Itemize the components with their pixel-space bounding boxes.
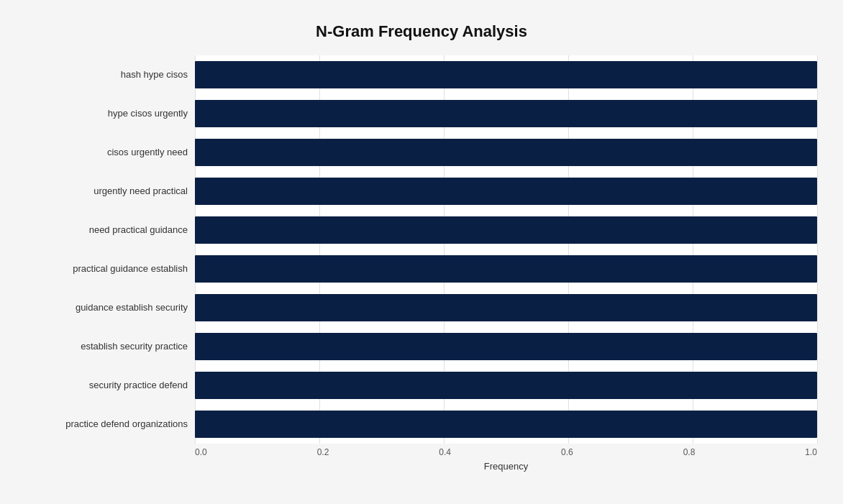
- plot-area: [195, 55, 817, 444]
- y-label: hype cisos urgently: [26, 96, 188, 132]
- chart-body: hash hype cisoshype cisos urgentlycisos …: [26, 55, 817, 444]
- x-tick-label: 0.0: [195, 447, 207, 457]
- x-tick-label: 0.8: [683, 447, 696, 457]
- grid-line: [817, 55, 818, 444]
- x-tick-label: 1.0: [805, 447, 817, 457]
- bar-row: [195, 251, 817, 287]
- y-label: security practice defend: [26, 367, 188, 403]
- y-axis: hash hype cisoshype cisos urgentlycisos …: [26, 55, 195, 444]
- bar-row: [195, 406, 817, 442]
- y-label: urgently need practical: [26, 173, 188, 209]
- y-label: need practical guidance: [26, 212, 188, 248]
- y-label: hash hype cisos: [26, 57, 188, 93]
- x-tick-label: 0.4: [439, 447, 451, 457]
- y-label: practice defend organizations: [26, 406, 188, 442]
- bar-row: [195, 96, 817, 132]
- y-label: practical guidance establish: [26, 251, 188, 287]
- bar-row: [195, 173, 817, 209]
- chart-container: N-Gram Frequency Analysis hash hype ciso…: [12, 8, 831, 497]
- bar-row: [195, 57, 817, 93]
- bars-container: [195, 55, 817, 444]
- bar: [195, 372, 817, 399]
- x-axis: 0.00.20.40.60.81.0 Frequency: [195, 444, 817, 472]
- bar: [195, 411, 817, 438]
- bar: [195, 139, 817, 166]
- y-label: cisos urgently need: [26, 134, 188, 170]
- bar-row: [195, 290, 817, 326]
- bar-row: [195, 367, 817, 403]
- x-tick-label: 0.2: [317, 447, 329, 457]
- bar: [195, 216, 817, 244]
- x-ticks: 0.00.20.40.60.81.0: [195, 444, 817, 457]
- x-axis-label: Frequency: [195, 461, 817, 472]
- bar: [195, 61, 817, 88]
- bar: [195, 178, 817, 205]
- bar: [195, 333, 817, 360]
- bar-row: [195, 212, 817, 248]
- bar: [195, 255, 817, 283]
- y-label: guidance establish security: [26, 290, 188, 326]
- x-tick-label: 0.6: [561, 447, 573, 457]
- chart-title: N-Gram Frequency Analysis: [26, 22, 817, 41]
- bar: [195, 294, 817, 321]
- bar-row: [195, 134, 817, 170]
- bar: [195, 100, 817, 127]
- bar-row: [195, 329, 817, 365]
- y-label: establish security practice: [26, 329, 188, 365]
